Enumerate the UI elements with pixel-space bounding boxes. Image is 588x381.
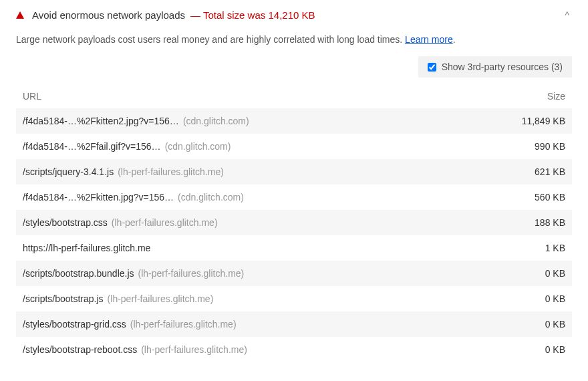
url-host: (lh-perf-failures.glitch.me) [138,268,245,279]
table-row: /scripts/jquery-3.4.1.js(lh-perf-failure… [16,159,572,184]
audit-description: Large network payloads cost users real m… [16,33,572,47]
url-host: (cdn.glitch.com) [165,141,231,152]
audit-summary: — Total size was 14,210 KB [190,9,315,21]
table-row: /scripts/bootstrap.js(lh-perf-failures.g… [16,286,572,311]
url-host: (cdn.glitch.com) [178,192,244,203]
table-row: /styles/bootstrap-grid.css(lh-perf-failu… [16,311,572,337]
url-host: (lh-perf-failures.glitch.me) [118,166,224,177]
thirdparty-checkbox[interactable] [428,63,436,72]
table-row: /styles/bootstrap-reboot.css(lh-perf-fai… [16,337,572,362]
size-cell: 0 KB [465,337,572,362]
url-host: (cdn.glitch.com) [183,116,249,126]
col-size: Size [465,84,572,108]
size-cell: 560 KB [465,184,572,210]
fail-triangle-icon [16,11,24,19]
size-cell: 990 KB [465,134,572,159]
thirdparty-row: Show 3rd-party resources (3) [16,56,572,78]
url-cell: https://lh-perf-failures.glitch.me [16,235,465,261]
url-path: /scripts/jquery-3.4.1.js [23,166,114,177]
table-row: /f4da5184-…%2Fkitten2.jpg?v=156…(cdn.gli… [16,108,572,134]
table-row: /f4da5184-…%2Fkitten.jpg?v=156…(cdn.glit… [16,184,572,210]
table-row: https://lh-perf-failures.glitch.me1 KB [16,235,572,261]
url-cell: /styles/bootstrap.css(lh-perf-failures.g… [16,210,465,235]
size-cell: 188 KB [465,210,572,235]
table-row: /styles/bootstrap.css(lh-perf-failures.g… [16,210,572,235]
url-path: /styles/bootstrap.css [23,217,108,228]
col-url: URL [16,84,465,108]
url-path: /f4da5184-…%2Ffail.gif?v=156… [23,141,161,152]
url-host: (lh-perf-failures.glitch.me) [112,217,218,228]
url-cell: /scripts/jquery-3.4.1.js(lh-perf-failure… [16,159,465,184]
url-cell: /styles/bootstrap-grid.css(lh-perf-failu… [16,311,465,337]
size-cell: 1 KB [465,235,572,261]
url-cell: /f4da5184-…%2Fkitten.jpg?v=156…(cdn.glit… [16,184,465,210]
url-path: /scripts/bootstrap.js [23,293,104,304]
size-cell: 0 KB [465,261,572,286]
url-path: /styles/bootstrap-grid.css [23,319,126,330]
url-cell: /scripts/bootstrap.bundle.js(lh-perf-fai… [16,261,465,286]
thirdparty-toggle[interactable]: Show 3rd-party resources (3) [418,56,572,78]
url-cell: /styles/bootstrap-reboot.css(lh-perf-fai… [16,337,465,362]
audit-title: Avoid enormous network payloads [32,9,185,21]
table-row: /scripts/bootstrap.bundle.js(lh-perf-fai… [16,261,572,286]
url-host: (lh-perf-failures.glitch.me) [141,344,247,355]
size-cell: 0 KB [465,286,572,311]
url-path: /f4da5184-…%2Fkitten2.jpg?v=156… [23,116,179,126]
learn-more-link[interactable]: Learn more [405,34,453,45]
audit-header[interactable]: Avoid enormous network payloads — Total … [16,5,572,25]
url-path: /f4da5184-…%2Fkitten.jpg?v=156… [23,192,174,203]
size-cell: 11,849 KB [465,108,572,134]
url-cell: /f4da5184-…%2Fkitten2.jpg?v=156…(cdn.gli… [16,108,465,134]
table-header-row: URL Size [16,84,572,108]
table-row: /f4da5184-…%2Ffail.gif?v=156…(cdn.glitch… [16,134,572,159]
url-path: /scripts/bootstrap.bundle.js [23,268,134,279]
url-cell: /scripts/bootstrap.js(lh-perf-failures.g… [16,286,465,311]
url-host: (lh-perf-failures.glitch.me) [108,293,214,304]
payload-table: URL Size /f4da5184-…%2Fkitten2.jpg?v=156… [16,84,572,362]
size-cell: 621 KB [465,159,572,184]
size-cell: 0 KB [465,311,572,337]
url-path: /styles/bootstrap-reboot.css [23,344,137,355]
url-cell: /f4da5184-…%2Ffail.gif?v=156…(cdn.glitch… [16,134,465,159]
audit-description-text: Large network payloads cost users real m… [16,34,405,45]
url-path: https://lh-perf-failures.glitch.me [23,243,150,253]
chevron-up-icon: ^ [562,10,572,21]
url-host: (lh-perf-failures.glitch.me) [130,319,237,330]
thirdparty-label: Show 3rd-party resources (3) [442,61,563,72]
